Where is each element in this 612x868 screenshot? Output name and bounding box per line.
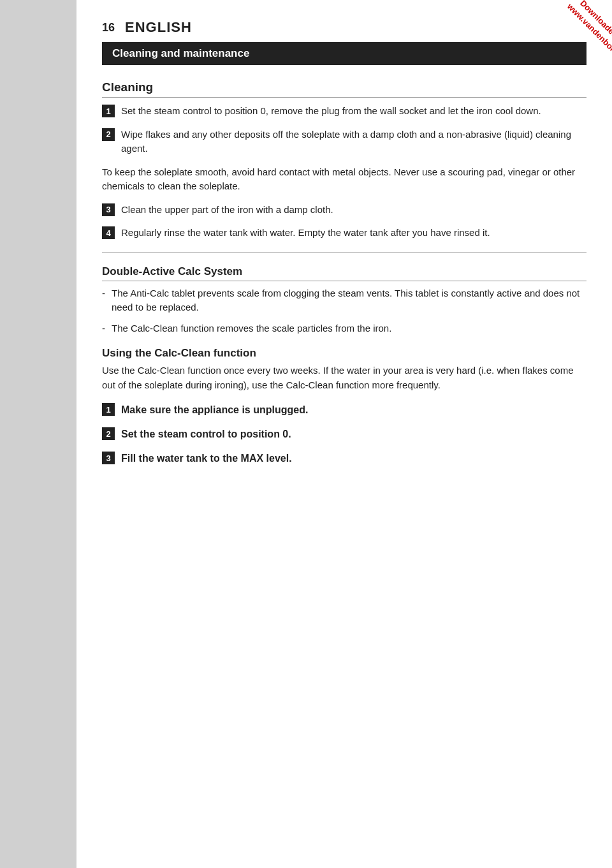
calc-clean-step-3-text: Fill the water tank to the MAX level. [121, 451, 292, 466]
left-sidebar [0, 0, 76, 868]
cleaning-step-1-text: Set the steam control to position 0, rem… [121, 104, 541, 119]
divider-1 [102, 252, 586, 253]
page-language: ENGLISH [125, 19, 192, 36]
section-header-text: Cleaning and maintenance [112, 47, 249, 59]
calc-clean-step-1-text: Make sure the appliance is unplugged. [121, 402, 308, 418]
cleaning-step-4: 4 Regularly rinse the water tank with wa… [102, 226, 586, 240]
cleaning-title: Cleaning [102, 80, 586, 98]
cleaning-note-text: To keep the soleplate smooth, avoid hard… [102, 166, 575, 192]
bullet-item-2: - The Calc-Clean function removes the sc… [102, 321, 586, 336]
page-number: 16 [102, 21, 115, 34]
bullet-text-1: The Anti-Calc tablet prevents scale from… [112, 286, 586, 315]
cleaning-step-1: 1 Set the steam control to position 0, r… [102, 104, 586, 119]
calc-clean-step-3: 3 Fill the water tank to the MAX level. [102, 451, 586, 466]
bullet-text-2: The Calc-Clean function removes the scal… [112, 321, 391, 336]
cleaning-step-4-text: Regularly rinse the water tank with wate… [121, 226, 490, 240]
page-header: 16 ENGLISH [102, 19, 586, 36]
section-header-bar: Cleaning and maintenance [102, 42, 586, 65]
main-content: Downloaded fromwww.vandenborre.be 16 ENG… [76, 0, 612, 868]
bullet-dash-1: - [102, 286, 105, 301]
step-badge-3: 3 [102, 203, 115, 216]
calc-step-badge-2: 2 [102, 427, 115, 440]
calc-clean-title: Using the Calc-Clean function [102, 347, 586, 360]
cleaning-step-2-text: Wipe flakes and any other deposits off t… [121, 128, 586, 156]
cleaning-step-3-text: Clean the upper part of the iron with a … [121, 203, 333, 217]
bullet-dash-2: - [102, 321, 105, 336]
double-active-title: Double-Active Calc System [102, 265, 586, 281]
calc-clean-intro: Use the Calc-Clean function once every t… [102, 364, 586, 392]
calc-clean-step-1: 1 Make sure the appliance is unplugged. [102, 402, 586, 418]
double-active-bullets: - The Anti-Calc tablet prevents scale fr… [102, 286, 586, 336]
calc-step-badge-3: 3 [102, 452, 115, 464]
calc-clean-step-2: 2 Set the steam control to position 0. [102, 427, 586, 442]
calc-clean-step-2-text: Set the steam control to position 0. [121, 427, 291, 442]
bullet-item-1: - The Anti-Calc tablet prevents scale fr… [102, 286, 586, 315]
cleaning-note: To keep the soleplate smooth, avoid hard… [102, 165, 586, 194]
step-badge-1: 1 [102, 105, 115, 117]
cleaning-step-3: 3 Clean the upper part of the iron with … [102, 203, 586, 217]
cleaning-step-2: 2 Wipe flakes and any other deposits off… [102, 128, 586, 156]
step-badge-2: 2 [102, 128, 115, 141]
calc-step-badge-1: 1 [102, 403, 115, 416]
step-badge-4: 4 [102, 226, 115, 239]
